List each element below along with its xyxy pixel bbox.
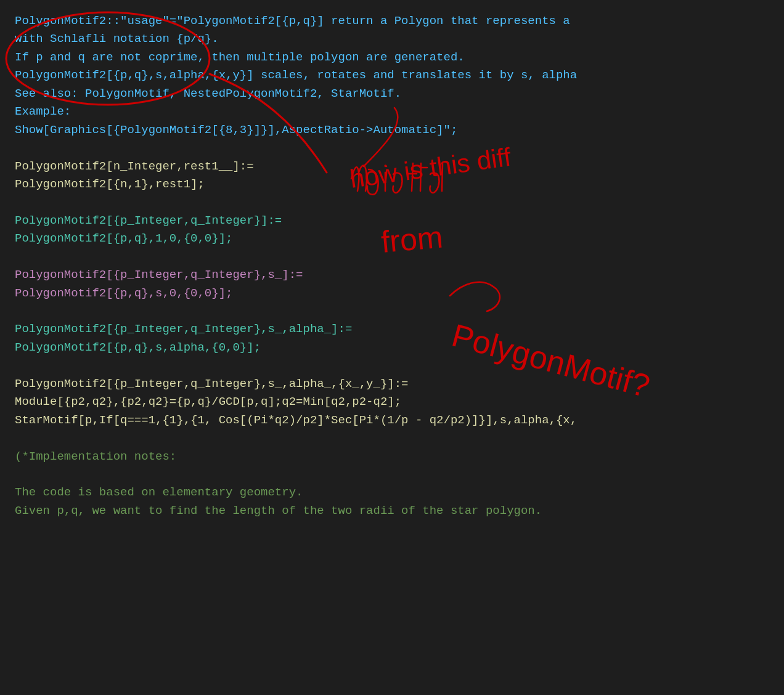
- code-line-7: Show[Graphics[{PolygonMotif2[{8,3}]}],As…: [15, 121, 769, 139]
- code-line-3: If p and q are not coprime, then multipl…: [15, 49, 769, 67]
- code-line-6: Example:: [15, 103, 769, 121]
- code-line-15: PolygonMotif2[{p_Integer,q_Integer},s_]:…: [15, 266, 769, 284]
- code-line-9: PolygonMotif2[n_Integer,rest1__]:=: [15, 158, 769, 176]
- code-line-14: [15, 248, 769, 266]
- code-line-20: [15, 357, 769, 375]
- code-line-18: PolygonMotif2[{p_Integer,q_Integer},s_,a…: [15, 320, 769, 338]
- code-line-28: Given p,q, we want to find the length of…: [15, 502, 769, 520]
- code-line-13: PolygonMotif2[{p,q},1,0,{0,0}];: [15, 230, 769, 248]
- code-line-1: PolygonMotif2::"usage"="PolygonMotif2[{p…: [15, 12, 769, 30]
- code-line-26: [15, 466, 769, 484]
- code-line-10: PolygonMotif2[{n,1},rest1];: [15, 176, 769, 193]
- code-line-11: [15, 193, 769, 211]
- code-line-5: See also: PolygonMotif, NestedPolygonMot…: [15, 85, 769, 103]
- code-line-12: PolygonMotif2[{p_Integer,q_Integer}]:=: [15, 212, 769, 230]
- code-line-16: PolygonMotif2[{p,q},s,0,{0,0}];: [15, 285, 769, 303]
- code-lines: PolygonMotif2::"usage"="PolygonMotif2[{p…: [15, 12, 769, 520]
- code-line-23: StarMotif[p,If[q===1,{1},{1, Cos[(Pi*q2)…: [15, 412, 769, 429]
- code-line-21: PolygonMotif2[{p_Integer,q_Integer},s_,a…: [15, 375, 769, 393]
- code-line-17: [15, 303, 769, 320]
- code-editor: PolygonMotif2::"usage"="PolygonMotif2[{p…: [0, 0, 784, 532]
- code-line-2: with Schlafli notation {p/q}.: [15, 30, 769, 48]
- code-line-22: Module[{p2,q2},{p2,q2}={p,q}/GCD[p,q];q2…: [15, 393, 769, 411]
- code-line-4: PolygonMotif2[{p,q},s,alpha,{x,y}] scale…: [15, 67, 769, 84]
- code-line-19: PolygonMotif2[{p,q},s,alpha,{0,0}];: [15, 339, 769, 357]
- code-line-8: [15, 139, 769, 157]
- code-line-25: (*Implementation notes:: [15, 448, 769, 466]
- code-line-27: The code is based on elementary geometry…: [15, 484, 769, 502]
- code-line-24: [15, 429, 769, 447]
